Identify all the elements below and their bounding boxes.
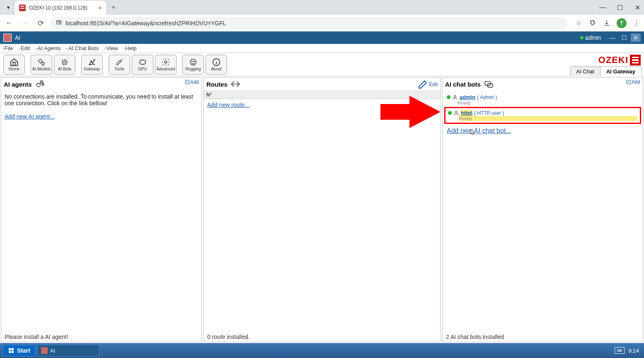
routes-icon <box>230 79 241 90</box>
menu-ai-chat-bots[interactable]: AI Chat Bots <box>66 45 98 51</box>
system-tray: ⌨ 9:14 <box>615 347 639 354</box>
forward-button[interactable]: → <box>19 17 31 29</box>
routes-edit-link[interactable]: Edit <box>417 79 438 90</box>
ai-models-button[interactable]: AI Models <box>31 55 52 75</box>
chatbot-type: HTTP user <box>477 110 501 116</box>
svg-rect-12 <box>140 60 145 64</box>
tab-close-icon[interactable]: × <box>99 5 102 11</box>
ai-chatbots-pane: AI chat bots +Add admin ( Admin ) Ready … <box>442 77 643 342</box>
menu-help[interactable]: Help <box>123 45 136 51</box>
tab-ai-gateway[interactable]: AI Gateway <box>600 66 642 76</box>
chatbot-name[interactable]: admin <box>460 94 475 100</box>
add-chatbot-link[interactable]: Add new AI chat bot... <box>447 127 511 134</box>
person-icon <box>452 94 458 100</box>
gpu-button[interactable]: GPU <box>132 55 153 75</box>
plus-icon: + <box>185 80 189 84</box>
taskbar-task-ai[interactable]: AI <box>37 345 99 356</box>
site-info-icon[interactable] <box>56 19 62 27</box>
agents-icon <box>34 79 45 90</box>
advanced-label: Advanced <box>157 67 175 71</box>
svg-rect-31 <box>12 351 14 353</box>
back-button[interactable]: ← <box>3 17 15 29</box>
about-button[interactable]: About <box>206 55 227 75</box>
svg-point-25 <box>454 95 456 97</box>
menu-view[interactable]: View <box>104 45 118 51</box>
start-icon <box>8 347 15 354</box>
app-maximize-icon[interactable]: ☐ <box>619 34 629 42</box>
hugging-label: Hugging <box>185 67 201 71</box>
window-close-icon[interactable]: ✕ <box>632 2 642 12</box>
add-ai-agent-link[interactable]: Add new AI agent... <box>5 113 55 120</box>
svg-marker-27 <box>380 96 441 128</box>
chatbot-item-admin[interactable]: admin ( Admin ) Ready <box>444 92 641 107</box>
tab-favicon <box>19 5 26 11</box>
new-tab-button[interactable]: + <box>108 2 119 13</box>
chrome-menu-icon[interactable]: ⋮ <box>632 19 641 27</box>
pencil-icon <box>417 79 428 90</box>
bot-icon <box>60 58 69 67</box>
window-minimize-icon[interactable]: — <box>598 2 608 12</box>
reload-button[interactable]: ⟳ <box>35 17 46 29</box>
app-title: AI <box>15 34 20 41</box>
browser-tab[interactable]: OZEKI 10 (192.168.0.126) × <box>15 1 106 15</box>
tab-title: OZEKI 10 (192.168.0.126) <box>29 5 95 11</box>
window-maximize-icon[interactable]: ☐ <box>615 2 625 12</box>
about-label: About <box>211 67 222 71</box>
home-button[interactable]: Home <box>3 55 25 75</box>
clock[interactable]: 9:14 <box>629 348 639 354</box>
ai-agents-message: No connections are installed. To communi… <box>5 93 198 106</box>
home-icon <box>10 58 19 67</box>
ai-chatbots-add-link[interactable]: +Add <box>627 79 640 85</box>
window-controls: — ☐ ✕ <box>598 2 642 12</box>
gateway-icon <box>87 58 97 67</box>
gpu-label: GPU <box>138 67 147 71</box>
task-icon <box>41 347 48 354</box>
extensions-icon[interactable] <box>588 19 597 27</box>
start-label: Start <box>17 347 30 354</box>
chatbot-name[interactable]: httpl <box>461 110 472 116</box>
svg-point-4 <box>41 62 44 65</box>
menu-edit[interactable]: Edit <box>19 45 30 51</box>
menu-file[interactable]: File <box>2 45 13 51</box>
main-area: AI agents +Add No connections are instal… <box>0 76 644 343</box>
start-button[interactable]: Start <box>2 345 36 356</box>
profile-avatar[interactable]: T <box>617 18 627 28</box>
url-input[interactable] <box>65 20 562 27</box>
app-close-icon[interactable]: ✕ <box>631 34 641 42</box>
address-bar[interactable] <box>51 17 567 29</box>
app-user-label[interactable]: admin <box>585 34 601 41</box>
bookmark-icon[interactable]: ☆ <box>574 19 583 27</box>
app-minimize-icon[interactable]: — <box>608 34 617 42</box>
tools-button[interactable]: Tools <box>109 55 130 75</box>
ai-chatbots-footer: 2 AI chat bots installed <box>443 332 643 342</box>
downloads-icon[interactable] <box>603 19 611 27</box>
svg-rect-28 <box>9 348 11 350</box>
plus-icon: + <box>627 80 631 84</box>
routes-title: Routes <box>206 81 228 88</box>
advanced-button[interactable]: Advanced <box>155 55 177 75</box>
person-icon <box>453 110 459 116</box>
chatbot-item-http[interactable]: httpl ( HTTP user ) Ready <box>444 107 641 124</box>
browser-actions: ☆ T ⋮ <box>574 18 641 28</box>
chatbot-status: Ready <box>458 100 639 105</box>
svg-point-20 <box>36 83 40 87</box>
ai-bots-label: AI Bots <box>58 67 71 71</box>
menu-ai-agents[interactable]: AI Agents <box>36 45 61 51</box>
gateway-button[interactable]: Gateway <box>81 55 103 75</box>
add-route-link[interactable]: Add new route... <box>207 102 249 108</box>
keyboard-icon[interactable]: ⌨ <box>615 347 625 354</box>
tab-ai-chat[interactable]: AI Chat <box>570 66 600 76</box>
status-dot-icon <box>448 111 452 115</box>
taskbar: Start AI ⌨ 9:14 <box>0 343 644 358</box>
app-icon <box>3 34 12 42</box>
ai-agents-pane: AI agents +Add No connections are instal… <box>1 77 202 342</box>
svg-rect-0 <box>57 21 61 24</box>
ai-agents-add-link[interactable]: +Add <box>185 79 199 85</box>
ai-bots-button[interactable]: AI Bots <box>54 55 75 75</box>
menubar: File Edit AI Agents AI Chat Bots View He… <box>0 44 644 53</box>
hugging-button[interactable]: Hugging <box>182 55 204 75</box>
task-label: AI <box>50 348 55 354</box>
status-dot-icon <box>447 95 450 99</box>
tab-search-dropdown[interactable]: ▾ <box>3 2 13 12</box>
svg-point-26 <box>455 111 458 113</box>
